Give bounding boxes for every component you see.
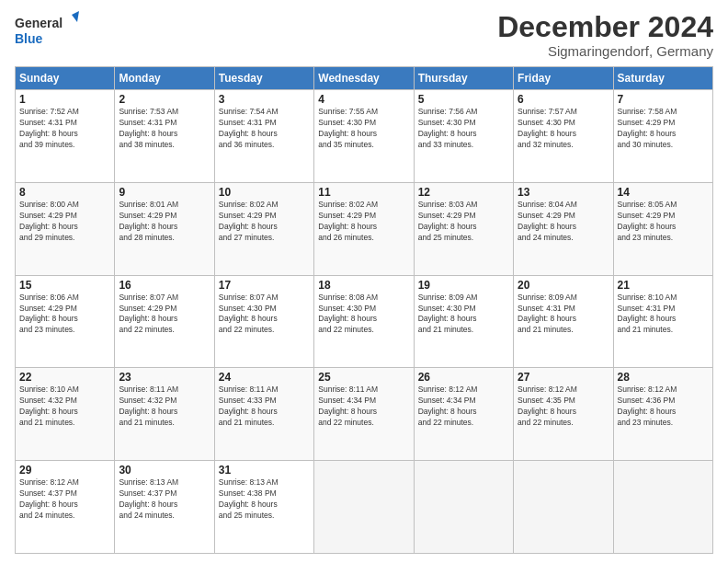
calendar-day-5: 5 Sunrise: 7:56 AM Sunset: 4:30 PM Dayli… [414,90,513,183]
day-number: 6 [518,93,609,106]
day-info: Sunrise: 8:13 AM Sunset: 4:37 PM Dayligh… [119,477,210,522]
calendar-day-30: 30 Sunrise: 8:13 AM Sunset: 4:37 PM Dayl… [115,461,214,554]
svg-text:Blue: Blue [15,31,43,46]
logo-svg: General Blue [15,11,79,52]
day-info: Sunrise: 8:11 AM Sunset: 4:32 PM Dayligh… [119,385,210,429]
day-number: 10 [219,186,310,199]
day-info: Sunrise: 7:52 AM Sunset: 4:31 PM Dayligh… [19,107,110,151]
day-number: 17 [219,279,310,292]
day-info: Sunrise: 7:53 AM Sunset: 4:31 PM Dayligh… [119,107,210,151]
day-number: 11 [318,186,409,199]
calendar-day-29: 29 Sunrise: 8:12 AM Sunset: 4:37 PM Dayl… [16,461,115,554]
day-info: Sunrise: 7:55 AM Sunset: 4:30 PM Dayligh… [318,107,409,151]
header-friday: Friday [514,67,613,90]
calendar-day-13: 13 Sunrise: 8:04 AM Sunset: 4:29 PM Dayl… [514,182,613,275]
month-title: December 2024 [497,11,713,43]
day-info: Sunrise: 8:04 AM Sunset: 4:29 PM Dayligh… [518,200,609,244]
weekday-header-row: Sunday Monday Tuesday Wednesday Thursday… [16,67,713,90]
day-info: Sunrise: 8:12 AM Sunset: 4:37 PM Dayligh… [19,477,110,522]
calendar-day-25: 25 Sunrise: 8:11 AM Sunset: 4:34 PM Dayl… [314,368,414,461]
calendar-week-1: 1 Sunrise: 7:52 AM Sunset: 4:31 PM Dayli… [16,90,713,183]
page: General Blue December 2024 Sigmaringendo… [0,0,728,563]
calendar-week-4: 22 Sunrise: 8:10 AM Sunset: 4:32 PM Dayl… [16,368,713,461]
empty-cell [613,461,712,554]
calendar-day-9: 9 Sunrise: 8:01 AM Sunset: 4:29 PM Dayli… [115,182,214,275]
calendar: Sunday Monday Tuesday Wednesday Thursday… [15,66,713,554]
day-number: 30 [119,464,210,477]
location: Sigmaringendorf, Germany [497,43,713,59]
day-number: 8 [19,186,110,199]
day-info: Sunrise: 8:09 AM Sunset: 4:31 PM Dayligh… [518,293,609,337]
day-number: 19 [418,279,509,292]
day-info: Sunrise: 7:57 AM Sunset: 4:30 PM Dayligh… [518,107,609,151]
day-info: Sunrise: 8:00 AM Sunset: 4:29 PM Dayligh… [19,200,110,244]
calendar-day-20: 20 Sunrise: 8:09 AM Sunset: 4:31 PM Dayl… [514,275,613,368]
day-number: 20 [518,279,609,292]
title-block: December 2024 Sigmaringendorf, Germany [497,11,713,59]
calendar-day-2: 2 Sunrise: 7:53 AM Sunset: 4:31 PM Dayli… [115,90,214,183]
day-info: Sunrise: 8:08 AM Sunset: 4:30 PM Dayligh… [318,293,409,337]
calendar-day-31: 31 Sunrise: 8:13 AM Sunset: 4:38 PM Dayl… [214,461,313,554]
header-wednesday: Wednesday [314,67,414,90]
day-info: Sunrise: 7:58 AM Sunset: 4:29 PM Dayligh… [618,107,709,151]
day-number: 24 [219,371,310,384]
calendar-day-1: 1 Sunrise: 7:52 AM Sunset: 4:31 PM Dayli… [16,90,115,183]
header-thursday: Thursday [414,67,513,90]
day-number: 18 [318,279,409,292]
day-info: Sunrise: 8:07 AM Sunset: 4:30 PM Dayligh… [219,293,310,337]
empty-cell [414,461,513,554]
empty-cell [314,461,414,554]
day-info: Sunrise: 8:05 AM Sunset: 4:29 PM Dayligh… [618,200,709,244]
calendar-day-16: 16 Sunrise: 8:07 AM Sunset: 4:29 PM Dayl… [115,275,214,368]
calendar-day-26: 26 Sunrise: 8:12 AM Sunset: 4:34 PM Dayl… [414,368,513,461]
calendar-day-28: 28 Sunrise: 8:12 AM Sunset: 4:36 PM Dayl… [613,368,712,461]
day-info: Sunrise: 8:10 AM Sunset: 4:31 PM Dayligh… [618,293,709,337]
calendar-day-10: 10 Sunrise: 8:02 AM Sunset: 4:29 PM Dayl… [214,182,313,275]
empty-cell [514,461,613,554]
day-number: 27 [518,371,609,384]
day-number: 13 [518,186,609,199]
day-info: Sunrise: 8:13 AM Sunset: 4:38 PM Dayligh… [219,477,310,522]
day-info: Sunrise: 8:12 AM Sunset: 4:34 PM Dayligh… [418,385,509,429]
day-info: Sunrise: 8:11 AM Sunset: 4:33 PM Dayligh… [219,385,310,429]
day-info: Sunrise: 8:07 AM Sunset: 4:29 PM Dayligh… [119,293,210,337]
calendar-day-12: 12 Sunrise: 8:03 AM Sunset: 4:29 PM Dayl… [414,182,513,275]
calendar-day-27: 27 Sunrise: 8:12 AM Sunset: 4:35 PM Dayl… [514,368,613,461]
header-saturday: Saturday [613,67,712,90]
calendar-day-11: 11 Sunrise: 8:02 AM Sunset: 4:29 PM Dayl… [314,182,414,275]
header-tuesday: Tuesday [214,67,313,90]
day-number: 4 [318,93,409,106]
day-info: Sunrise: 7:54 AM Sunset: 4:31 PM Dayligh… [219,107,310,151]
calendar-day-19: 19 Sunrise: 8:09 AM Sunset: 4:30 PM Dayl… [414,275,513,368]
calendar-day-21: 21 Sunrise: 8:10 AM Sunset: 4:31 PM Dayl… [613,275,712,368]
calendar-day-15: 15 Sunrise: 8:06 AM Sunset: 4:29 PM Dayl… [16,275,115,368]
calendar-day-22: 22 Sunrise: 8:10 AM Sunset: 4:32 PM Dayl… [16,368,115,461]
day-number: 23 [119,371,210,384]
day-info: Sunrise: 8:12 AM Sunset: 4:36 PM Dayligh… [618,385,709,429]
day-number: 25 [318,371,409,384]
day-number: 3 [219,93,310,106]
logo: General Blue [15,11,79,52]
day-number: 5 [418,93,509,106]
day-number: 31 [219,464,310,477]
day-info: Sunrise: 8:01 AM Sunset: 4:29 PM Dayligh… [119,200,210,244]
calendar-day-7: 7 Sunrise: 7:58 AM Sunset: 4:29 PM Dayli… [613,90,712,183]
day-number: 1 [19,93,110,106]
calendar-week-2: 8 Sunrise: 8:00 AM Sunset: 4:29 PM Dayli… [16,182,713,275]
calendar-day-24: 24 Sunrise: 8:11 AM Sunset: 4:33 PM Dayl… [214,368,313,461]
day-info: Sunrise: 7:56 AM Sunset: 4:30 PM Dayligh… [418,107,509,151]
day-number: 21 [618,279,709,292]
svg-text:General: General [15,16,63,30]
day-number: 16 [119,279,210,292]
calendar-week-3: 15 Sunrise: 8:06 AM Sunset: 4:29 PM Dayl… [16,275,713,368]
svg-marker-2 [72,11,79,22]
calendar-week-5: 29 Sunrise: 8:12 AM Sunset: 4:37 PM Dayl… [16,461,713,554]
day-number: 15 [19,279,110,292]
day-number: 9 [119,186,210,199]
day-info: Sunrise: 8:11 AM Sunset: 4:34 PM Dayligh… [318,385,409,429]
day-number: 22 [19,371,110,384]
day-info: Sunrise: 8:02 AM Sunset: 4:29 PM Dayligh… [318,200,409,244]
day-number: 28 [618,371,709,384]
header: General Blue December 2024 Sigmaringendo… [15,11,713,59]
calendar-day-6: 6 Sunrise: 7:57 AM Sunset: 4:30 PM Dayli… [514,90,613,183]
